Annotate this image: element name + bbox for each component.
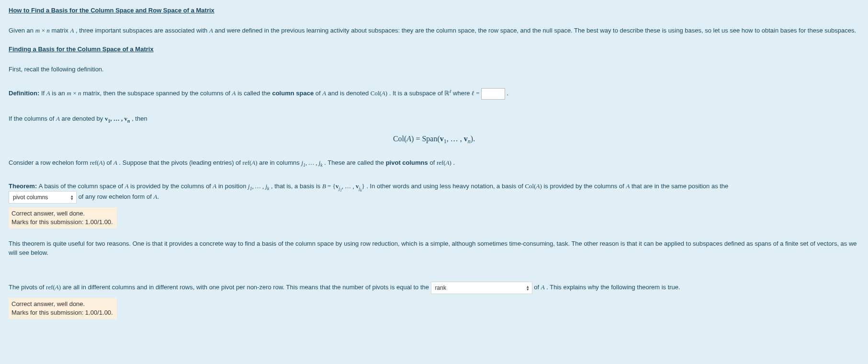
select-arrows-icon: ▴▾	[527, 285, 529, 291]
intro-paragraph: Given an m × n matrix A , three importan…	[9, 26, 859, 35]
select-value: pivot columns	[13, 194, 48, 201]
feedback-correct: Correct answer, well done.	[11, 300, 113, 308]
text: If the columns of	[9, 115, 56, 122]
math-v1-vn: v1, … , vn	[105, 115, 130, 122]
text: If	[41, 90, 46, 97]
eq-col: Col(A) = Span(v1, … , vn).	[393, 135, 475, 143]
text: Given an	[9, 27, 35, 34]
term-column-space: column space	[272, 90, 314, 97]
math-refA: ref(A)	[90, 159, 105, 166]
columns-denoted: If the columns of A are denoted by v1, ……	[9, 114, 859, 124]
math-n: n	[46, 27, 50, 34]
centered-equation: Col(A) = Span(v1, … , vn).	[9, 133, 859, 145]
math-ell: ℓ	[472, 90, 474, 97]
select-value: rank	[435, 284, 446, 291]
math-ColA: Col(A)	[371, 90, 387, 97]
text: are in columns	[259, 159, 301, 166]
math-R-ell: ℝℓ	[444, 90, 451, 97]
text: , then	[132, 115, 147, 122]
text: in position	[218, 182, 248, 190]
text: is called the	[237, 90, 272, 97]
text: are all in different columns and in diff…	[63, 284, 431, 291]
text: matrix	[51, 27, 70, 34]
theorem-block: Theorem: A basis of the column space of …	[9, 182, 859, 228]
math-A: A	[113, 159, 117, 166]
useful-paragraph: This theorem is quite useful for two rea…	[9, 239, 859, 258]
text: Consider a row echelon form	[9, 159, 90, 166]
pivots-paragraph: The pivots of ref(A) are all in differen…	[9, 282, 859, 319]
text: The pivots of	[9, 284, 46, 291]
math-refA: ref(A)	[46, 284, 61, 291]
consider-paragraph: Consider a row echelon form ref(A) of A …	[9, 158, 859, 168]
math-eq: =	[476, 90, 481, 97]
term-pivot-columns: pivot columns	[386, 159, 428, 166]
theorem-label: Theorem:	[9, 182, 39, 190]
text: of	[534, 284, 541, 291]
text: . It is a subspace of	[389, 90, 445, 97]
math-times: ×	[73, 90, 78, 97]
section-heading: Finding a Basis for the Column Space of …	[9, 45, 859, 54]
definition-block: Definition: If A is an m × n matrix, the…	[9, 88, 859, 100]
definition-label: Definition:	[9, 90, 41, 97]
text: of	[429, 159, 436, 166]
text: ).	[471, 135, 475, 143]
ell-input[interactable]	[481, 88, 505, 100]
text: that are in the same position as the	[631, 182, 728, 190]
math-A: A	[232, 90, 236, 97]
math-refA: ref(A)	[243, 159, 258, 166]
text: Col(	[393, 135, 406, 143]
page-title: How to Find a Basis for the Column Space…	[9, 6, 859, 15]
text: ) = Span(	[411, 135, 440, 143]
text: . These are called the	[324, 159, 385, 166]
feedback-correct: Correct answer, well done.	[11, 209, 113, 218]
math-A: A	[209, 27, 213, 34]
text: . Suppose that the pivots (leading entri…	[119, 159, 243, 166]
math-refA: ref(A)	[437, 159, 451, 166]
text: is provided by the columns of	[130, 182, 213, 190]
math-m: m	[67, 90, 71, 97]
math-A: A	[626, 182, 630, 190]
text: of	[316, 90, 322, 97]
math-ColA: Col(A)	[525, 182, 541, 190]
text: and is denoted	[328, 90, 371, 97]
document-body: How to Find a Basis for the Column Space…	[0, 0, 868, 349]
text: . This explains why the following theore…	[546, 284, 680, 291]
math-A: A	[56, 115, 60, 122]
text: matrix, then the subspace spanned by the…	[83, 90, 232, 97]
math-A: A	[406, 135, 411, 143]
math-A: A	[70, 27, 74, 34]
math-A: A	[213, 182, 216, 190]
math-n: n	[78, 90, 81, 97]
math-B-eq: B = {vj1, … , vjk}	[322, 182, 365, 190]
math-j1-jk: j1, … , jk	[301, 159, 322, 166]
text: .	[453, 159, 455, 166]
feedback-marks: Marks for this submission: 1.00/1.00.	[11, 308, 113, 317]
math-A: A	[322, 90, 326, 97]
text: and were defined in the previous learnin…	[214, 27, 856, 34]
text: are denoted by	[62, 115, 105, 122]
rank-select[interactable]: rank ▴▾	[431, 282, 532, 294]
text: .	[157, 193, 159, 200]
math-m: m	[35, 27, 40, 34]
text: is provided by the columns of	[543, 182, 626, 190]
recall-line: First, recall the following definition.	[9, 65, 859, 74]
text: .	[507, 90, 508, 97]
feedback-marks: Marks for this submission: 1.00/1.00.	[11, 218, 113, 227]
text: A basis of the column space of	[39, 182, 125, 190]
pivot-columns-select[interactable]: pivot columns ▴▾	[9, 191, 77, 204]
math-A: A	[541, 284, 545, 291]
text: , that is, a basis is	[271, 182, 322, 190]
math-A: A	[46, 90, 50, 97]
math-A: A	[125, 182, 129, 190]
math-times: ×	[42, 27, 47, 34]
select-arrows-icon: ▴▾	[71, 194, 73, 200]
text: of any row echelon form of	[79, 193, 154, 200]
text: . In other words and using less heavy no…	[366, 182, 525, 190]
feedback-box: Correct answer, well done. Marks for thi…	[9, 207, 117, 228]
text: of	[107, 159, 113, 166]
feedback-box: Correct answer, well done. Marks for thi…	[9, 298, 117, 319]
text: , three important subspaces are associat…	[76, 27, 209, 34]
text: is an	[52, 90, 67, 97]
math-j-list: j1, … , jk	[248, 182, 269, 190]
text: where	[453, 90, 472, 97]
